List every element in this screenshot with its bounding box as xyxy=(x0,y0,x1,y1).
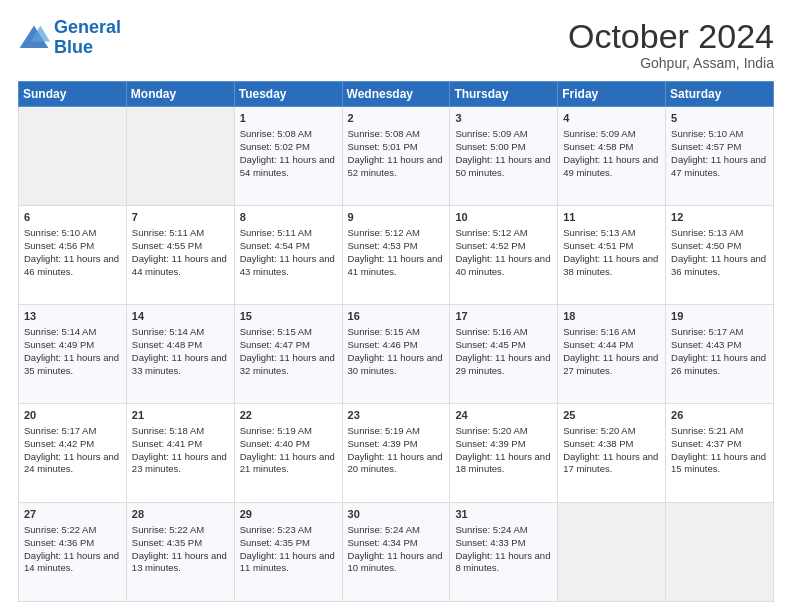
location-subtitle: Gohpur, Assam, India xyxy=(568,55,774,71)
day-number: 29 xyxy=(240,507,337,522)
calendar-cell: 23Sunrise: 5:19 AMSunset: 4:39 PMDayligh… xyxy=(342,404,450,503)
day-number: 4 xyxy=(563,111,660,126)
day-number: 2 xyxy=(348,111,445,126)
day-info: Sunrise: 5:08 AMSunset: 5:01 PMDaylight:… xyxy=(348,128,445,179)
day-number: 19 xyxy=(671,309,768,324)
calendar-cell: 21Sunrise: 5:18 AMSunset: 4:41 PMDayligh… xyxy=(126,404,234,503)
weekday-header: Monday xyxy=(126,82,234,107)
weekday-header: Sunday xyxy=(19,82,127,107)
calendar-cell: 12Sunrise: 5:13 AMSunset: 4:50 PMDayligh… xyxy=(666,206,774,305)
day-number: 11 xyxy=(563,210,660,225)
calendar-cell: 14Sunrise: 5:14 AMSunset: 4:48 PMDayligh… xyxy=(126,305,234,404)
day-info: Sunrise: 5:24 AMSunset: 4:34 PMDaylight:… xyxy=(348,524,445,575)
logo-blue: Blue xyxy=(54,37,93,57)
logo-icon xyxy=(18,24,50,52)
day-number: 18 xyxy=(563,309,660,324)
calendar-cell: 4Sunrise: 5:09 AMSunset: 4:58 PMDaylight… xyxy=(558,107,666,206)
calendar-cell: 3Sunrise: 5:09 AMSunset: 5:00 PMDaylight… xyxy=(450,107,558,206)
day-number: 8 xyxy=(240,210,337,225)
calendar-cell: 26Sunrise: 5:21 AMSunset: 4:37 PMDayligh… xyxy=(666,404,774,503)
day-number: 23 xyxy=(348,408,445,423)
day-number: 15 xyxy=(240,309,337,324)
calendar-week-row: 1Sunrise: 5:08 AMSunset: 5:02 PMDaylight… xyxy=(19,107,774,206)
calendar-cell: 13Sunrise: 5:14 AMSunset: 4:49 PMDayligh… xyxy=(19,305,127,404)
day-info: Sunrise: 5:17 AMSunset: 4:43 PMDaylight:… xyxy=(671,326,768,377)
day-info: Sunrise: 5:16 AMSunset: 4:44 PMDaylight:… xyxy=(563,326,660,377)
calendar-cell: 18Sunrise: 5:16 AMSunset: 4:44 PMDayligh… xyxy=(558,305,666,404)
day-info: Sunrise: 5:20 AMSunset: 4:39 PMDaylight:… xyxy=(455,425,552,476)
calendar-cell: 16Sunrise: 5:15 AMSunset: 4:46 PMDayligh… xyxy=(342,305,450,404)
weekday-header: Thursday xyxy=(450,82,558,107)
day-info: Sunrise: 5:11 AMSunset: 4:55 PMDaylight:… xyxy=(132,227,229,278)
day-number: 6 xyxy=(24,210,121,225)
calendar-cell: 30Sunrise: 5:24 AMSunset: 4:34 PMDayligh… xyxy=(342,503,450,602)
day-number: 14 xyxy=(132,309,229,324)
calendar-week-row: 27Sunrise: 5:22 AMSunset: 4:36 PMDayligh… xyxy=(19,503,774,602)
day-info: Sunrise: 5:20 AMSunset: 4:38 PMDaylight:… xyxy=(563,425,660,476)
title-block: October 2024 Gohpur, Assam, India xyxy=(568,18,774,71)
day-number: 25 xyxy=(563,408,660,423)
calendar-cell: 19Sunrise: 5:17 AMSunset: 4:43 PMDayligh… xyxy=(666,305,774,404)
day-info: Sunrise: 5:19 AMSunset: 4:40 PMDaylight:… xyxy=(240,425,337,476)
calendar-cell: 11Sunrise: 5:13 AMSunset: 4:51 PMDayligh… xyxy=(558,206,666,305)
day-number: 3 xyxy=(455,111,552,126)
calendar-cell: 27Sunrise: 5:22 AMSunset: 4:36 PMDayligh… xyxy=(19,503,127,602)
calendar-cell: 2Sunrise: 5:08 AMSunset: 5:01 PMDaylight… xyxy=(342,107,450,206)
day-info: Sunrise: 5:12 AMSunset: 4:53 PMDaylight:… xyxy=(348,227,445,278)
calendar-cell: 5Sunrise: 5:10 AMSunset: 4:57 PMDaylight… xyxy=(666,107,774,206)
day-number: 27 xyxy=(24,507,121,522)
calendar-cell xyxy=(126,107,234,206)
day-info: Sunrise: 5:11 AMSunset: 4:54 PMDaylight:… xyxy=(240,227,337,278)
day-info: Sunrise: 5:09 AMSunset: 4:58 PMDaylight:… xyxy=(563,128,660,179)
calendar-cell xyxy=(666,503,774,602)
calendar-cell: 15Sunrise: 5:15 AMSunset: 4:47 PMDayligh… xyxy=(234,305,342,404)
day-number: 31 xyxy=(455,507,552,522)
day-number: 20 xyxy=(24,408,121,423)
day-number: 26 xyxy=(671,408,768,423)
day-number: 10 xyxy=(455,210,552,225)
calendar-cell: 17Sunrise: 5:16 AMSunset: 4:45 PMDayligh… xyxy=(450,305,558,404)
calendar-cell: 29Sunrise: 5:23 AMSunset: 4:35 PMDayligh… xyxy=(234,503,342,602)
day-info: Sunrise: 5:17 AMSunset: 4:42 PMDaylight:… xyxy=(24,425,121,476)
calendar-cell: 7Sunrise: 5:11 AMSunset: 4:55 PMDaylight… xyxy=(126,206,234,305)
day-info: Sunrise: 5:10 AMSunset: 4:56 PMDaylight:… xyxy=(24,227,121,278)
calendar-cell: 9Sunrise: 5:12 AMSunset: 4:53 PMDaylight… xyxy=(342,206,450,305)
calendar-cell: 6Sunrise: 5:10 AMSunset: 4:56 PMDaylight… xyxy=(19,206,127,305)
header: General Blue October 2024 Gohpur, Assam,… xyxy=(18,18,774,71)
month-title: October 2024 xyxy=(568,18,774,55)
calendar-cell xyxy=(558,503,666,602)
calendar-table: SundayMondayTuesdayWednesdayThursdayFrid… xyxy=(18,81,774,602)
calendar-cell: 1Sunrise: 5:08 AMSunset: 5:02 PMDaylight… xyxy=(234,107,342,206)
calendar-week-row: 20Sunrise: 5:17 AMSunset: 4:42 PMDayligh… xyxy=(19,404,774,503)
weekday-header: Friday xyxy=(558,82,666,107)
day-number: 30 xyxy=(348,507,445,522)
day-info: Sunrise: 5:19 AMSunset: 4:39 PMDaylight:… xyxy=(348,425,445,476)
day-info: Sunrise: 5:16 AMSunset: 4:45 PMDaylight:… xyxy=(455,326,552,377)
day-number: 22 xyxy=(240,408,337,423)
day-number: 24 xyxy=(455,408,552,423)
day-info: Sunrise: 5:13 AMSunset: 4:50 PMDaylight:… xyxy=(671,227,768,278)
day-info: Sunrise: 5:18 AMSunset: 4:41 PMDaylight:… xyxy=(132,425,229,476)
calendar-header-row: SundayMondayTuesdayWednesdayThursdayFrid… xyxy=(19,82,774,107)
logo: General Blue xyxy=(18,18,121,58)
weekday-header: Tuesday xyxy=(234,82,342,107)
day-number: 21 xyxy=(132,408,229,423)
calendar-cell: 20Sunrise: 5:17 AMSunset: 4:42 PMDayligh… xyxy=(19,404,127,503)
calendar-cell: 25Sunrise: 5:20 AMSunset: 4:38 PMDayligh… xyxy=(558,404,666,503)
calendar-cell: 28Sunrise: 5:22 AMSunset: 4:35 PMDayligh… xyxy=(126,503,234,602)
day-number: 7 xyxy=(132,210,229,225)
calendar-cell: 10Sunrise: 5:12 AMSunset: 4:52 PMDayligh… xyxy=(450,206,558,305)
logo-text: General Blue xyxy=(54,18,121,58)
calendar-cell: 8Sunrise: 5:11 AMSunset: 4:54 PMDaylight… xyxy=(234,206,342,305)
calendar-cell: 24Sunrise: 5:20 AMSunset: 4:39 PMDayligh… xyxy=(450,404,558,503)
day-info: Sunrise: 5:10 AMSunset: 4:57 PMDaylight:… xyxy=(671,128,768,179)
day-info: Sunrise: 5:24 AMSunset: 4:33 PMDaylight:… xyxy=(455,524,552,575)
day-number: 17 xyxy=(455,309,552,324)
day-info: Sunrise: 5:13 AMSunset: 4:51 PMDaylight:… xyxy=(563,227,660,278)
day-info: Sunrise: 5:15 AMSunset: 4:46 PMDaylight:… xyxy=(348,326,445,377)
day-number: 5 xyxy=(671,111,768,126)
day-info: Sunrise: 5:22 AMSunset: 4:36 PMDaylight:… xyxy=(24,524,121,575)
weekday-header: Saturday xyxy=(666,82,774,107)
calendar-cell: 31Sunrise: 5:24 AMSunset: 4:33 PMDayligh… xyxy=(450,503,558,602)
day-info: Sunrise: 5:14 AMSunset: 4:48 PMDaylight:… xyxy=(132,326,229,377)
